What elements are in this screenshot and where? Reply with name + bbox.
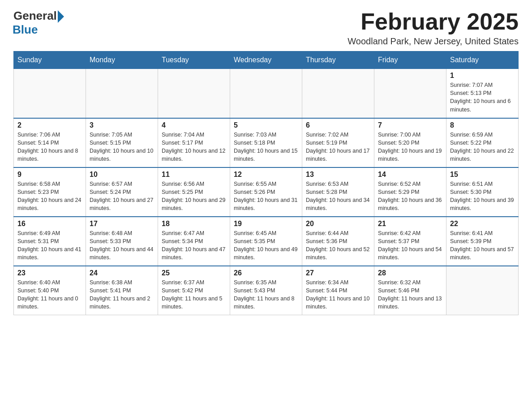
day-info: Sunrise: 7:02 AMSunset: 5:19 PMDaylight:… [306, 131, 370, 163]
day-number: 18 [162, 220, 226, 228]
day-info: Sunrise: 6:56 AMSunset: 5:25 PMDaylight:… [162, 180, 226, 213]
day-number: 28 [378, 269, 442, 277]
column-header-monday: Monday [86, 51, 158, 69]
column-header-sunday: Sunday [14, 51, 86, 69]
month-title: February 2025 [348, 9, 519, 34]
day-number: 25 [162, 269, 226, 277]
day-info: Sunrise: 6:58 AMSunset: 5:23 PMDaylight:… [17, 180, 82, 213]
calendar-cell: 22Sunrise: 6:41 AMSunset: 5:39 PMDayligh… [446, 217, 519, 266]
location-title: Woodland Park, New Jersey, United States [348, 36, 519, 47]
calendar-cell: 18Sunrise: 6:47 AMSunset: 5:34 PMDayligh… [158, 217, 230, 266]
logo: General Blue [13, 9, 64, 37]
calendar-cell [302, 69, 374, 118]
calendar-cell: 4Sunrise: 7:04 AMSunset: 5:17 PMDaylight… [158, 118, 230, 167]
day-number: 11 [162, 171, 226, 179]
day-number: 24 [90, 269, 154, 277]
day-number: 7 [378, 121, 442, 129]
title-area: February 2025 Woodland Park, New Jersey,… [348, 9, 519, 47]
day-number: 13 [306, 171, 370, 179]
day-number: 3 [90, 121, 154, 129]
calendar-cell: 21Sunrise: 6:42 AMSunset: 5:37 PMDayligh… [374, 217, 446, 266]
logo-arrow-icon [58, 10, 64, 23]
calendar-cell [158, 69, 230, 118]
calendar-cell [446, 266, 519, 315]
day-number: 20 [306, 220, 370, 228]
day-number: 21 [378, 220, 442, 228]
day-info: Sunrise: 6:53 AMSunset: 5:28 PMDaylight:… [306, 180, 370, 213]
calendar-cell [14, 69, 86, 118]
day-number: 10 [90, 171, 154, 179]
day-number: 16 [17, 220, 82, 228]
calendar-cell: 6Sunrise: 7:02 AMSunset: 5:19 PMDaylight… [302, 118, 374, 167]
day-info: Sunrise: 6:44 AMSunset: 5:36 PMDaylight:… [306, 229, 370, 262]
calendar-cell: 9Sunrise: 6:58 AMSunset: 5:23 PMDaylight… [14, 167, 86, 217]
day-info: Sunrise: 7:07 AMSunset: 5:13 PMDaylight:… [450, 81, 515, 114]
calendar-cell: 26Sunrise: 6:35 AMSunset: 5:43 PMDayligh… [230, 266, 302, 315]
day-info: Sunrise: 6:45 AMSunset: 5:35 PMDaylight:… [234, 229, 298, 262]
day-number: 4 [162, 121, 226, 129]
day-number: 12 [234, 171, 298, 179]
logo-blue-text: Blue [13, 23, 38, 37]
calendar-cell: 15Sunrise: 6:51 AMSunset: 5:30 PMDayligh… [446, 167, 519, 217]
calendar-cell [86, 69, 158, 118]
day-info: Sunrise: 6:47 AMSunset: 5:34 PMDaylight:… [162, 229, 226, 262]
logo-general-text: General [13, 9, 57, 23]
column-header-friday: Friday [374, 51, 446, 69]
calendar-week-row: 23Sunrise: 6:40 AMSunset: 5:40 PMDayligh… [14, 266, 519, 315]
day-info: Sunrise: 7:06 AMSunset: 5:14 PMDaylight:… [17, 131, 82, 163]
column-header-wednesday: Wednesday [230, 51, 302, 69]
day-number: 9 [17, 171, 82, 179]
day-number: 26 [234, 269, 298, 277]
calendar-cell: 17Sunrise: 6:48 AMSunset: 5:33 PMDayligh… [86, 217, 158, 266]
calendar-cell: 8Sunrise: 6:59 AMSunset: 5:22 PMDaylight… [446, 118, 519, 167]
day-number: 17 [90, 220, 154, 228]
day-number: 6 [306, 121, 370, 129]
column-header-thursday: Thursday [302, 51, 374, 69]
day-info: Sunrise: 7:03 AMSunset: 5:18 PMDaylight:… [234, 131, 298, 163]
calendar-week-row: 9Sunrise: 6:58 AMSunset: 5:23 PMDaylight… [14, 167, 519, 217]
day-number: 1 [450, 72, 515, 80]
day-number: 2 [17, 121, 82, 129]
day-info: Sunrise: 6:52 AMSunset: 5:29 PMDaylight:… [378, 180, 442, 213]
day-info: Sunrise: 7:05 AMSunset: 5:15 PMDaylight:… [90, 131, 154, 163]
day-number: 23 [17, 269, 82, 277]
calendar-cell: 3Sunrise: 7:05 AMSunset: 5:15 PMDaylight… [86, 118, 158, 167]
day-info: Sunrise: 6:32 AMSunset: 5:46 PMDaylight:… [378, 278, 442, 311]
calendar-cell: 27Sunrise: 6:34 AMSunset: 5:44 PMDayligh… [302, 266, 374, 315]
calendar-cell: 23Sunrise: 6:40 AMSunset: 5:40 PMDayligh… [14, 266, 86, 315]
day-info: Sunrise: 7:04 AMSunset: 5:17 PMDaylight:… [162, 131, 226, 163]
day-info: Sunrise: 6:37 AMSunset: 5:42 PMDaylight:… [162, 278, 226, 311]
day-info: Sunrise: 6:41 AMSunset: 5:39 PMDaylight:… [450, 229, 515, 262]
calendar-cell: 12Sunrise: 6:55 AMSunset: 5:26 PMDayligh… [230, 167, 302, 217]
day-info: Sunrise: 6:38 AMSunset: 5:41 PMDaylight:… [90, 278, 154, 311]
day-number: 15 [450, 171, 515, 179]
day-info: Sunrise: 6:35 AMSunset: 5:43 PMDaylight:… [234, 278, 298, 311]
calendar-table: SundayMondayTuesdayWednesdayThursdayFrid… [13, 51, 519, 315]
calendar-cell: 2Sunrise: 7:06 AMSunset: 5:14 PMDaylight… [14, 118, 86, 167]
day-info: Sunrise: 6:40 AMSunset: 5:40 PMDaylight:… [17, 278, 82, 311]
calendar-cell [230, 69, 302, 118]
calendar-header-row: SundayMondayTuesdayWednesdayThursdayFrid… [14, 51, 519, 69]
calendar-cell: 5Sunrise: 7:03 AMSunset: 5:18 PMDaylight… [230, 118, 302, 167]
day-info: Sunrise: 6:51 AMSunset: 5:30 PMDaylight:… [450, 180, 515, 213]
page-header: General Blue February 2025 Woodland Park… [13, 9, 519, 47]
calendar-cell: 14Sunrise: 6:52 AMSunset: 5:29 PMDayligh… [374, 167, 446, 217]
day-number: 19 [234, 220, 298, 228]
day-number: 27 [306, 269, 370, 277]
column-header-saturday: Saturday [446, 51, 519, 69]
calendar-cell: 7Sunrise: 7:00 AMSunset: 5:20 PMDaylight… [374, 118, 446, 167]
calendar-cell: 16Sunrise: 6:49 AMSunset: 5:31 PMDayligh… [14, 217, 86, 266]
calendar-cell: 1Sunrise: 7:07 AMSunset: 5:13 PMDaylight… [446, 69, 519, 118]
calendar-cell: 11Sunrise: 6:56 AMSunset: 5:25 PMDayligh… [158, 167, 230, 217]
calendar-cell: 10Sunrise: 6:57 AMSunset: 5:24 PMDayligh… [86, 167, 158, 217]
calendar-week-row: 2Sunrise: 7:06 AMSunset: 5:14 PMDaylight… [14, 118, 519, 167]
day-info: Sunrise: 6:34 AMSunset: 5:44 PMDaylight:… [306, 278, 370, 311]
day-number: 5 [234, 121, 298, 129]
calendar-week-row: 16Sunrise: 6:49 AMSunset: 5:31 PMDayligh… [14, 217, 519, 266]
day-number: 14 [378, 171, 442, 179]
calendar-cell: 20Sunrise: 6:44 AMSunset: 5:36 PMDayligh… [302, 217, 374, 266]
calendar-week-row: 1Sunrise: 7:07 AMSunset: 5:13 PMDaylight… [14, 69, 519, 118]
day-number: 22 [450, 220, 515, 228]
day-info: Sunrise: 6:42 AMSunset: 5:37 PMDaylight:… [378, 229, 442, 262]
day-info: Sunrise: 6:48 AMSunset: 5:33 PMDaylight:… [90, 229, 154, 262]
